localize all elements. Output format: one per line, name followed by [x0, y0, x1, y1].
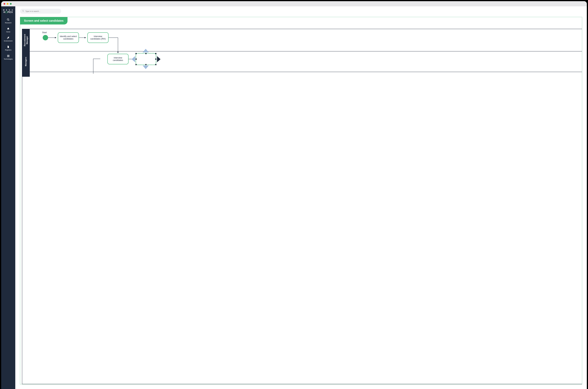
sidebar-item-research[interactable]: Research — [5, 18, 11, 24]
svg-rect-2 — [7, 55, 8, 55]
diagram-canvas[interactable]: Screen and select candidates Recrutement… — [20, 17, 582, 384]
sidebar-item-label: Environment — [4, 40, 13, 42]
task-identify-select[interactable]: Identify and select candidates — [58, 32, 79, 43]
lane-body[interactable]: Interview candidates — [30, 51, 582, 72]
svg-line-1 — [9, 20, 9, 21]
app-body: M E G A H PEX Research Home — [1, 6, 587, 389]
logo-o-icon — [5, 11, 7, 13]
svg-rect-10 — [9, 56, 9, 57]
svg-point-0 — [7, 19, 9, 20]
search-icon — [7, 18, 10, 21]
grid-icon — [7, 54, 10, 57]
lane-recruitment-manager[interactable]: Recrutement Manager Start Identify and s… — [22, 29, 582, 51]
flow-arrow — [79, 37, 87, 40]
app-logo: M E G A H PEX — [3, 9, 13, 13]
tools-icon — [7, 36, 10, 39]
lane-managers[interactable]: Managers Interview candidates — [22, 51, 582, 72]
task-interview-rh[interactable]: Interview candidates (RH) — [87, 32, 109, 43]
titlebar — [1, 1, 587, 6]
logo-top: M E G A — [3, 9, 13, 11]
sidebar-item-label: Technologies — [4, 58, 13, 60]
search-icon — [22, 10, 24, 12]
lane-body[interactable]: Start Identify and select candidates Int… — [30, 29, 582, 51]
resize-handle-e[interactable] — [155, 59, 156, 60]
lane-header: Managers — [22, 51, 30, 72]
home-icon — [7, 27, 10, 30]
lane-header — [22, 72, 30, 77]
lane-header: Recrutement Manager — [22, 29, 30, 51]
resize-handle-nw[interactable] — [136, 53, 137, 54]
start-event[interactable] — [43, 35, 48, 40]
document-icon — [7, 45, 10, 48]
sidebar-item-label: Home — [6, 31, 10, 33]
window-maximize-button[interactable] — [10, 3, 12, 5]
sidebar-item-label: Registers — [5, 49, 11, 51]
diagram-title: Screen and select candidates — [20, 17, 67, 25]
resize-handle-n[interactable] — [145, 53, 147, 54]
selected-task-placeholder[interactable] — [136, 53, 156, 65]
task-interview[interactable]: Interview candidates — [107, 54, 129, 64]
app-window: M E G A H PEX Research Home — [1, 1, 587, 389]
start-label: Start — [42, 31, 47, 34]
window-minimize-button[interactable] — [7, 3, 8, 5]
move-left-handle[interactable] — [132, 56, 135, 62]
sidebar-item-technologies[interactable]: Technologies — [4, 54, 13, 60]
sidebar-item-home[interactable]: Home — [6, 27, 10, 33]
resize-handle-w[interactable] — [136, 59, 137, 60]
bpmn-pool: Recrutement Manager Start Identify and s… — [22, 29, 582, 384]
move-up-handle[interactable] — [143, 49, 149, 52]
search-input[interactable] — [25, 10, 59, 12]
sidebar-item-environment[interactable]: Environment — [4, 36, 13, 42]
svg-point-11 — [22, 10, 24, 11]
logo-bottom: H PEX — [3, 11, 13, 13]
sidebar: M E G A H PEX Research Home — [1, 6, 15, 389]
move-down-handle[interactable] — [143, 65, 149, 69]
main-content: Screen and select candidates Recrutement… — [15, 6, 587, 389]
sidebar-item-registers[interactable]: Registers — [5, 45, 11, 51]
resize-handle-ne[interactable] — [155, 53, 156, 54]
svg-rect-4 — [9, 55, 9, 55]
svg-rect-8 — [7, 56, 8, 57]
flow-arrow — [48, 37, 58, 40]
svg-line-12 — [23, 11, 24, 12]
lane-body[interactable] — [30, 72, 582, 77]
svg-rect-5 — [7, 56, 8, 56]
move-right-handle[interactable] — [157, 56, 161, 62]
search-bar[interactable] — [20, 9, 61, 14]
resize-handle-se[interactable] — [155, 64, 156, 65]
lane-stub[interactable] — [22, 72, 582, 77]
window-close-button[interactable] — [3, 3, 5, 5]
resize-handle-sw[interactable] — [136, 64, 137, 65]
svg-rect-9 — [8, 56, 9, 57]
svg-rect-7 — [9, 56, 9, 56]
resize-handle-s[interactable] — [145, 64, 147, 65]
svg-rect-3 — [8, 55, 9, 55]
svg-rect-6 — [8, 56, 9, 56]
sidebar-item-label: Research — [5, 22, 11, 24]
